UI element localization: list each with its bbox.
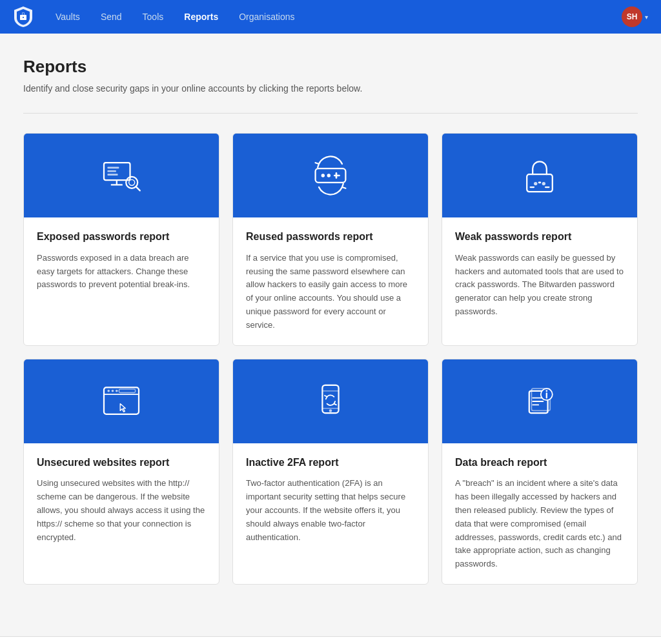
report-card-exposed[interactable]: Exposed passwords report Passwords expos…: [23, 133, 219, 346]
card-desc-reused: If a service that you use is compromised…: [246, 252, 415, 332]
svg-point-22: [107, 390, 110, 392]
card-body-exposed: Exposed passwords report Passwords expos…: [24, 217, 219, 305]
page-title: Reports: [23, 57, 638, 77]
svg-line-8: [136, 186, 140, 190]
card-body-weak: Weak passwords report Weak passwords can…: [442, 217, 637, 332]
card-desc-exposed: Passwords exposed in a data breach are e…: [37, 252, 206, 292]
page-subtitle: Identify and close security gaps in your…: [23, 83, 638, 94]
card-title-2fa: Inactive 2FA report: [246, 456, 415, 470]
svg-rect-25: [119, 389, 135, 392]
nav-links: Vaults Send Tools Reports Organisations: [46, 8, 616, 26]
svg-rect-4: [107, 170, 116, 172]
report-card-weak[interactable]: Weak passwords report Weak passwords can…: [442, 133, 638, 346]
card-desc-2fa: Two-factor authentication (2FA) is an im…: [246, 477, 415, 544]
svg-rect-3: [107, 167, 119, 169]
svg-point-23: [112, 390, 114, 392]
chevron-down-icon: ▾: [645, 14, 648, 21]
card-image-weak: [442, 134, 637, 217]
report-card-breach[interactable]: Data breach report A "breach" is an inci…: [442, 359, 638, 585]
svg-point-37: [545, 390, 547, 392]
card-body-2fa: Inactive 2FA report Two-factor authentic…: [233, 443, 428, 558]
card-title-unsecured: Unsecured websites report: [37, 456, 206, 470]
card-desc-weak: Weak passwords can easily be guessed by …: [455, 252, 624, 319]
card-body-unsecured: Unsecured websites report Using unsecure…: [24, 443, 219, 558]
svg-point-10: [321, 174, 325, 177]
avatar: SH: [622, 6, 642, 27]
navbar: Vaults Send Tools Reports Organisations …: [0, 0, 661, 34]
card-body-breach: Data breach report A "breach" is an inci…: [442, 443, 637, 584]
svg-point-15: [534, 182, 537, 185]
svg-point-16: [542, 182, 545, 185]
logo[interactable]: [13, 6, 34, 27]
report-card-reused[interactable]: Reused passwords report If a service tha…: [232, 133, 429, 346]
card-title-exposed: Exposed passwords report: [37, 230, 206, 244]
report-card-unsecured[interactable]: Unsecured websites report Using unsecure…: [23, 359, 219, 585]
nav-send[interactable]: Send: [92, 8, 131, 26]
svg-point-7: [129, 179, 135, 185]
svg-rect-26: [322, 385, 338, 412]
nav-tools[interactable]: Tools: [134, 8, 173, 26]
card-title-reused: Reused passwords report: [246, 230, 415, 244]
svg-point-11: [327, 174, 330, 177]
nav-reports[interactable]: Reports: [175, 8, 227, 26]
card-body-reused: Reused passwords report If a service tha…: [233, 217, 428, 345]
card-image-reused: [233, 134, 428, 217]
card-title-weak: Weak passwords report: [455, 230, 624, 244]
divider: [23, 113, 638, 114]
reports-grid: Exposed passwords report Passwords expos…: [23, 133, 638, 585]
nav-vaults[interactable]: Vaults: [46, 8, 89, 26]
card-image-exposed: [24, 134, 219, 217]
user-menu[interactable]: SH ▾: [622, 6, 648, 27]
nav-organisations[interactable]: Organisations: [230, 8, 303, 26]
card-image-2fa: [233, 359, 428, 443]
card-desc-unsecured: Using unsecured websites with the http:/…: [37, 477, 206, 544]
card-image-unsecured: [24, 359, 219, 443]
svg-point-29: [329, 409, 332, 412]
card-image-breach: [442, 359, 637, 443]
report-card-2fa[interactable]: Inactive 2FA report Two-factor authentic…: [232, 359, 429, 585]
svg-rect-5: [107, 174, 117, 176]
footer: © 2023 Bitwarden Inc. Version 2023.2.0: [0, 636, 661, 644]
main-content: Reports Identify and close security gaps…: [8, 34, 653, 636]
card-desc-breach: A "breach" is an incident where a site's…: [455, 477, 624, 571]
svg-point-24: [116, 390, 118, 392]
card-title-breach: Data breach report: [455, 456, 624, 470]
